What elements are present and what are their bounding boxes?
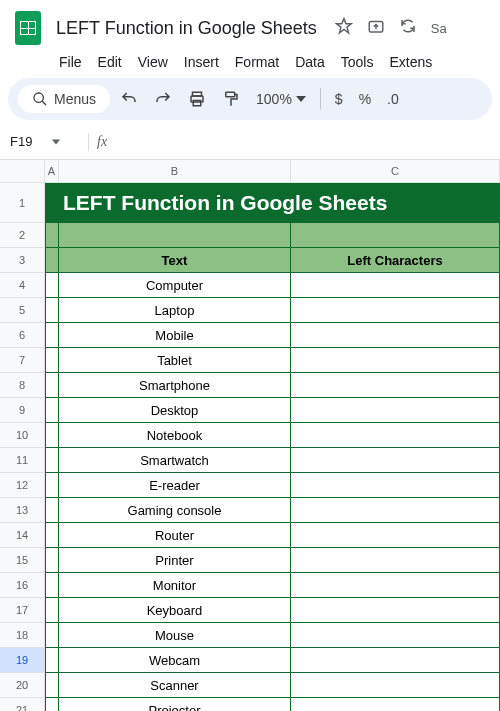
cell-leftchars[interactable] [291, 673, 500, 698]
document-title[interactable]: LEFT Function in Google Sheets [56, 18, 317, 39]
row-header[interactable]: 7 [0, 348, 45, 373]
menu-search[interactable]: Menus [18, 85, 110, 113]
cell-text[interactable]: E-reader [59, 473, 291, 498]
currency-button[interactable]: $ [329, 91, 349, 107]
menu-data[interactable]: Data [288, 52, 332, 72]
cell[interactable] [45, 573, 59, 598]
redo-button[interactable] [148, 84, 178, 114]
cell-text[interactable]: Mobile [59, 323, 291, 348]
row-header[interactable]: 17 [0, 598, 45, 623]
menu-format[interactable]: Format [228, 52, 286, 72]
cell[interactable] [45, 398, 59, 423]
cell-leftchars[interactable] [291, 273, 500, 298]
table-header-row[interactable]: Text Left Characters [45, 248, 500, 273]
cell-text[interactable]: Gaming console [59, 498, 291, 523]
spacer-row[interactable] [45, 223, 500, 248]
table-row[interactable]: Gaming console [45, 498, 500, 523]
cell-text[interactable]: Smartwatch [59, 448, 291, 473]
row-header[interactable]: 8 [0, 373, 45, 398]
star-icon[interactable] [335, 17, 353, 39]
cell-leftchars[interactable] [291, 348, 500, 373]
table-row[interactable]: Tablet [45, 348, 500, 373]
cell-leftchars[interactable] [291, 398, 500, 423]
cell-text[interactable]: Smartphone [59, 373, 291, 398]
cell[interactable] [45, 498, 59, 523]
row-header[interactable]: 10 [0, 423, 45, 448]
table-row[interactable]: Keyboard [45, 598, 500, 623]
row-header[interactable]: 21 [0, 698, 45, 711]
undo-button[interactable] [114, 84, 144, 114]
cell[interactable] [59, 223, 291, 248]
row-header[interactable]: 14 [0, 523, 45, 548]
column-text-header[interactable]: Text [59, 248, 291, 273]
table-row[interactable]: E-reader [45, 473, 500, 498]
row-header[interactable]: 9 [0, 398, 45, 423]
row-header[interactable]: 15 [0, 548, 45, 573]
table-row[interactable]: Desktop [45, 398, 500, 423]
row-header[interactable]: 4 [0, 273, 45, 298]
cell-text[interactable]: Webcam [59, 648, 291, 673]
cell[interactable] [45, 523, 59, 548]
menu-file[interactable]: File [52, 52, 89, 72]
cell[interactable] [45, 648, 59, 673]
banner-row[interactable]: LEFT Function in Google Sheets [45, 183, 500, 223]
table-row[interactable]: Smartwatch [45, 448, 500, 473]
table-row[interactable]: Printer [45, 548, 500, 573]
row-header[interactable]: 1 [0, 183, 45, 223]
move-icon[interactable] [367, 17, 385, 39]
cell[interactable] [45, 183, 59, 223]
menu-view[interactable]: View [131, 52, 175, 72]
table-row[interactable]: Notebook [45, 423, 500, 448]
paint-format-button[interactable] [216, 84, 246, 114]
table-row[interactable]: Webcam [45, 648, 500, 673]
cell-leftchars[interactable] [291, 423, 500, 448]
row-header[interactable]: 13 [0, 498, 45, 523]
cell-leftchars[interactable] [291, 548, 500, 573]
table-row[interactable]: Projector [45, 698, 500, 711]
row-header[interactable]: 6 [0, 323, 45, 348]
cell-text[interactable]: Mouse [59, 623, 291, 648]
table-row[interactable]: Mobile [45, 323, 500, 348]
cell-leftchars[interactable] [291, 598, 500, 623]
cell-leftchars[interactable] [291, 623, 500, 648]
cell[interactable] [45, 473, 59, 498]
cell[interactable] [45, 423, 59, 448]
cell[interactable] [45, 248, 59, 273]
cell-leftchars[interactable] [291, 298, 500, 323]
percent-button[interactable]: % [353, 91, 377, 107]
menu-insert[interactable]: Insert [177, 52, 226, 72]
row-header[interactable]: 11 [0, 448, 45, 473]
cell[interactable] [45, 448, 59, 473]
column-header-b[interactable]: B [59, 160, 291, 183]
row-header[interactable]: 20 [0, 673, 45, 698]
table-row[interactable]: Scanner [45, 673, 500, 698]
cell-text[interactable]: Keyboard [59, 598, 291, 623]
cell[interactable] [291, 223, 500, 248]
row-header[interactable]: 5 [0, 298, 45, 323]
zoom-selector[interactable]: 100% [250, 91, 312, 107]
decrease-decimal-button[interactable]: .0 [381, 91, 405, 107]
cell-text[interactable]: Tablet [59, 348, 291, 373]
cell-leftchars[interactable] [291, 373, 500, 398]
menu-tools[interactable]: Tools [334, 52, 381, 72]
cell-text[interactable]: Laptop [59, 298, 291, 323]
column-header-c[interactable]: C [291, 160, 500, 183]
select-all-corner[interactable] [0, 160, 45, 183]
cell[interactable] [45, 298, 59, 323]
cell-leftchars[interactable] [291, 323, 500, 348]
row-header[interactable]: 12 [0, 473, 45, 498]
cell-text[interactable]: Notebook [59, 423, 291, 448]
cell-text[interactable]: Projector [59, 698, 291, 711]
cloud-status-icon[interactable] [399, 17, 417, 39]
row-header[interactable]: 2 [0, 223, 45, 248]
cell[interactable] [45, 223, 59, 248]
cell[interactable] [45, 348, 59, 373]
cell-text[interactable]: Computer [59, 273, 291, 298]
cell-leftchars[interactable] [291, 498, 500, 523]
row-header[interactable]: 18 [0, 623, 45, 648]
table-row[interactable]: Router [45, 523, 500, 548]
column-header-a[interactable]: A [45, 160, 59, 183]
table-row[interactable]: Computer [45, 273, 500, 298]
cell-leftchars[interactable] [291, 473, 500, 498]
sheets-logo[interactable] [8, 8, 48, 48]
